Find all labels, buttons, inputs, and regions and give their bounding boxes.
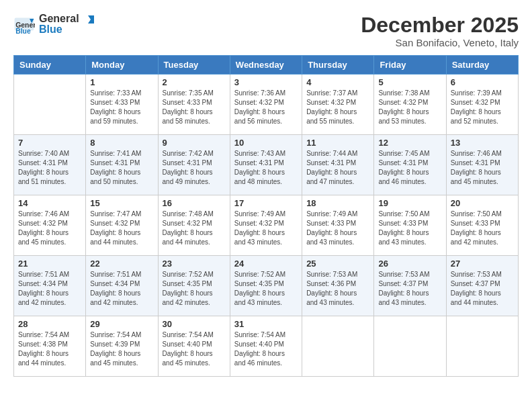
day-info: Sunrise: 7:49 AMSunset: 4:32 PMDaylight:… (234, 210, 298, 247)
page-header: General Blue General Blue December 2025 … (13, 13, 519, 48)
day-info: Sunrise: 7:39 AMSunset: 4:32 PMDaylight:… (451, 89, 514, 126)
day-info: Sunrise: 7:52 AMSunset: 4:35 PMDaylight:… (163, 270, 226, 308)
logo-text-general: General (39, 13, 95, 24)
day-info: Sunrise: 7:36 AMSunset: 4:32 PMDaylight:… (234, 89, 298, 126)
day-cell: 22Sunrise: 7:51 AMSunset: 4:34 PMDayligh… (86, 256, 158, 316)
day-cell: 20Sunrise: 7:50 AMSunset: 4:33 PMDayligh… (446, 195, 518, 256)
day-cell: 1Sunrise: 7:33 AMSunset: 4:33 PMDaylight… (86, 75, 158, 135)
day-number: 6 (451, 77, 514, 87)
day-cell: 12Sunrise: 7:45 AMSunset: 4:31 PMDayligh… (374, 135, 446, 195)
day-info: Sunrise: 7:33 AMSunset: 4:33 PMDaylight:… (90, 89, 153, 126)
day-number: 20 (451, 198, 514, 208)
day-info: Sunrise: 7:53 AMSunset: 4:37 PMDaylight:… (451, 270, 514, 308)
day-info: Sunrise: 7:51 AMSunset: 4:34 PMDaylight:… (90, 270, 153, 308)
day-cell: 24Sunrise: 7:52 AMSunset: 4:35 PMDayligh… (230, 256, 302, 316)
day-cell (302, 316, 374, 377)
calendar-table: SundayMondayTuesdayWednesdayThursdayFrid… (13, 55, 519, 377)
day-info: Sunrise: 7:50 AMSunset: 4:33 PMDaylight:… (451, 210, 514, 247)
day-number: 1 (90, 77, 153, 87)
day-info: Sunrise: 7:44 AMSunset: 4:31 PMDaylight:… (306, 149, 369, 187)
day-info: Sunrise: 7:53 AMSunset: 4:37 PMDaylight:… (378, 270, 441, 308)
day-cell: 3Sunrise: 7:36 AMSunset: 4:32 PMDaylight… (230, 75, 302, 135)
day-number: 23 (163, 259, 226, 269)
day-info: Sunrise: 7:40 AMSunset: 4:31 PMDaylight:… (18, 149, 81, 187)
week-row-2: 7Sunrise: 7:40 AMSunset: 4:31 PMDaylight… (14, 135, 519, 195)
day-number: 11 (306, 138, 369, 148)
day-info: Sunrise: 7:37 AMSunset: 4:32 PMDaylight:… (306, 89, 369, 126)
day-cell: 27Sunrise: 7:53 AMSunset: 4:37 PMDayligh… (446, 256, 518, 316)
day-cell: 21Sunrise: 7:51 AMSunset: 4:34 PMDayligh… (14, 256, 86, 316)
col-header-thursday: Thursday (302, 56, 374, 75)
day-number: 8 (90, 138, 153, 148)
day-cell (446, 316, 518, 377)
logo-text-blue: Blue (39, 24, 95, 35)
day-number: 12 (378, 138, 441, 148)
day-info: Sunrise: 7:41 AMSunset: 4:31 PMDaylight:… (90, 149, 153, 187)
week-row-5: 28Sunrise: 7:54 AMSunset: 4:38 PMDayligh… (14, 316, 519, 377)
day-number: 17 (234, 198, 298, 208)
day-cell (14, 75, 86, 135)
day-number: 26 (378, 259, 441, 269)
day-cell: 9Sunrise: 7:42 AMSunset: 4:31 PMDaylight… (158, 135, 230, 195)
day-info: Sunrise: 7:48 AMSunset: 4:32 PMDaylight:… (163, 210, 226, 247)
day-cell: 16Sunrise: 7:48 AMSunset: 4:32 PMDayligh… (158, 195, 230, 256)
day-number: 18 (306, 198, 369, 208)
month-title: December 2025 (361, 13, 519, 37)
day-cell: 10Sunrise: 7:43 AMSunset: 4:31 PMDayligh… (230, 135, 302, 195)
day-info: Sunrise: 7:35 AMSunset: 4:33 PMDaylight:… (163, 89, 226, 126)
svg-text:Blue: Blue (15, 28, 31, 35)
day-number: 25 (306, 259, 369, 269)
day-cell: 17Sunrise: 7:49 AMSunset: 4:32 PMDayligh… (230, 195, 302, 256)
day-number: 9 (163, 138, 226, 148)
day-cell: 5Sunrise: 7:38 AMSunset: 4:32 PMDaylight… (374, 75, 446, 135)
day-cell: 29Sunrise: 7:54 AMSunset: 4:39 PMDayligh… (86, 316, 158, 377)
location-subtitle: San Bonifacio, Veneto, Italy (361, 37, 519, 48)
col-header-tuesday: Tuesday (158, 56, 230, 75)
week-row-4: 21Sunrise: 7:51 AMSunset: 4:34 PMDayligh… (14, 256, 519, 316)
svg-marker-4 (88, 15, 94, 24)
day-info: Sunrise: 7:52 AMSunset: 4:35 PMDaylight:… (234, 270, 298, 308)
day-cell: 23Sunrise: 7:52 AMSunset: 4:35 PMDayligh… (158, 256, 230, 316)
day-cell: 31Sunrise: 7:54 AMSunset: 4:40 PMDayligh… (230, 316, 302, 377)
col-header-monday: Monday (86, 56, 158, 75)
day-number: 2 (163, 77, 226, 87)
day-info: Sunrise: 7:42 AMSunset: 4:31 PMDaylight:… (163, 149, 226, 187)
logo-icon: General Blue (13, 13, 35, 35)
day-number: 15 (90, 198, 153, 208)
logo: General Blue General Blue (13, 13, 95, 35)
day-info: Sunrise: 7:38 AMSunset: 4:32 PMDaylight:… (378, 89, 441, 126)
day-number: 14 (18, 198, 81, 208)
col-header-wednesday: Wednesday (230, 56, 302, 75)
day-number: 29 (90, 319, 153, 329)
day-cell: 14Sunrise: 7:46 AMSunset: 4:32 PMDayligh… (14, 195, 86, 256)
day-number: 13 (451, 138, 514, 148)
col-header-friday: Friday (374, 56, 446, 75)
day-number: 28 (18, 319, 81, 329)
day-number: 22 (90, 259, 153, 269)
week-row-1: 1Sunrise: 7:33 AMSunset: 4:33 PMDaylight… (14, 75, 519, 135)
day-info: Sunrise: 7:49 AMSunset: 4:33 PMDaylight:… (306, 210, 369, 247)
day-cell: 4Sunrise: 7:37 AMSunset: 4:32 PMDaylight… (302, 75, 374, 135)
day-number: 10 (234, 138, 298, 148)
day-info: Sunrise: 7:54 AMSunset: 4:40 PMDaylight:… (163, 330, 226, 368)
day-cell: 7Sunrise: 7:40 AMSunset: 4:31 PMDaylight… (14, 135, 86, 195)
day-info: Sunrise: 7:43 AMSunset: 4:31 PMDaylight:… (234, 149, 298, 187)
day-info: Sunrise: 7:54 AMSunset: 4:40 PMDaylight:… (234, 330, 298, 368)
day-cell: 18Sunrise: 7:49 AMSunset: 4:33 PMDayligh… (302, 195, 374, 256)
col-header-sunday: Sunday (14, 56, 86, 75)
title-area: December 2025 San Bonifacio, Veneto, Ita… (361, 13, 519, 48)
day-info: Sunrise: 7:51 AMSunset: 4:34 PMDaylight:… (18, 270, 81, 308)
day-info: Sunrise: 7:54 AMSunset: 4:38 PMDaylight:… (18, 330, 81, 368)
calendar-header-row: SundayMondayTuesdayWednesdayThursdayFrid… (14, 56, 519, 75)
day-info: Sunrise: 7:50 AMSunset: 4:33 PMDaylight:… (378, 210, 441, 247)
day-cell: 26Sunrise: 7:53 AMSunset: 4:37 PMDayligh… (374, 256, 446, 316)
day-cell: 30Sunrise: 7:54 AMSunset: 4:40 PMDayligh… (158, 316, 230, 377)
logo-chevron-icon (83, 15, 95, 24)
day-number: 27 (451, 259, 514, 269)
day-number: 7 (18, 138, 81, 148)
day-cell (374, 316, 446, 377)
day-info: Sunrise: 7:45 AMSunset: 4:31 PMDaylight:… (378, 149, 441, 187)
day-number: 31 (234, 319, 298, 329)
day-number: 21 (18, 259, 81, 269)
day-info: Sunrise: 7:53 AMSunset: 4:36 PMDaylight:… (306, 270, 369, 308)
